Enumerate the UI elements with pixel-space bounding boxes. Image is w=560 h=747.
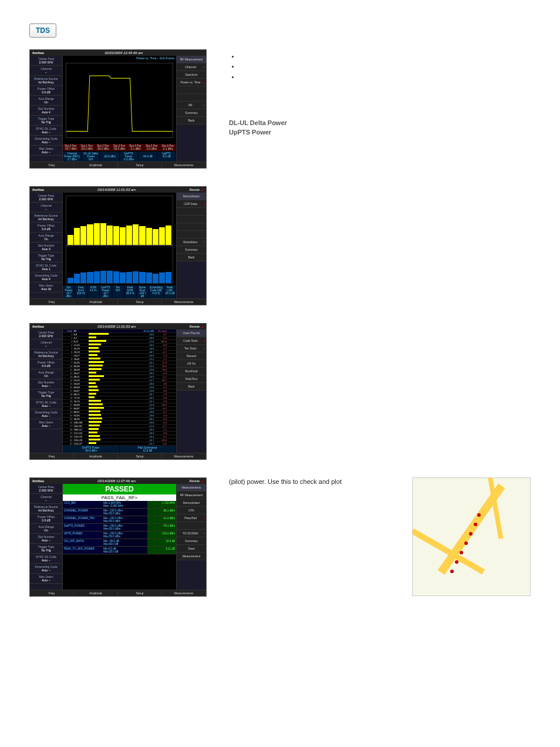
side-param: SYNC-DL CodeAuto -- (30, 126, 62, 136)
menu-button[interactable] (177, 216, 206, 223)
remote-indicator: Remote (190, 188, 204, 191)
bottom-tab[interactable]: Amplitude (74, 162, 118, 168)
bottom-tab[interactable]: Setup (118, 453, 162, 459)
menu-button[interactable]: Channel○ (177, 63, 206, 71)
sum-cell: DL-UL Delta PowerN/A (82, 152, 100, 161)
menu-button[interactable]: RF Measurement (177, 492, 206, 499)
menu-button[interactable]: Over-The-Air (177, 329, 206, 337)
remote-indicator: Remote (190, 325, 204, 328)
side-param: Trigger TypeNo Trig (30, 253, 62, 263)
side-param: Channel-- (30, 66, 62, 76)
menu-button[interactable]: Back (177, 383, 206, 391)
cdp-bar (87, 224, 93, 245)
menu-button[interactable]: Save (177, 545, 206, 553)
cdp-bar (94, 271, 100, 283)
menu-button[interactable] (177, 522, 206, 530)
menu-button[interactable] (177, 231, 206, 238)
menu-button[interactable]: Demodulator (177, 499, 206, 507)
menu-button[interactable]: Record (177, 352, 206, 360)
menu-button[interactable]: Measurement (177, 553, 206, 560)
screenshot-code-scan: /inritsu03/14/2008 11:01:53 amRemote Cen… (29, 323, 207, 460)
bottom-tab[interactable]: Setup (118, 590, 162, 596)
menu-button[interactable]: CDP Data● (177, 200, 206, 208)
menu-button[interactable] (177, 208, 206, 216)
side-param: SYNC-DL CodeAuto -- (30, 554, 62, 564)
bottom-tab[interactable]: Freq (30, 453, 74, 459)
side-param: Power Offset0.0 dB (30, 359, 62, 369)
cdp-bar (94, 223, 100, 245)
brand: /inritsu (32, 51, 44, 55)
bottom-tab[interactable]: Amplitude (74, 590, 118, 596)
timestamp: 03/14/2008 11:01:53 am (97, 325, 136, 328)
cdp-bar (80, 272, 86, 283)
bottom-tab[interactable]: Setup (118, 162, 162, 168)
side-param: Trigger TypeNo Trig (30, 544, 62, 554)
pilot-text: (pilot) power. Use this to check and plo… (229, 478, 342, 485)
menu-button[interactable]: Summary (177, 537, 206, 545)
passed-banner: PASSED (63, 484, 176, 494)
menu-button[interactable]: Pass/Fail● (177, 514, 206, 522)
label-uppts: UpPTS Power (229, 128, 531, 137)
remote-indicator: Remote (190, 479, 204, 483)
menu-button[interactable]: Code Scan● (177, 337, 206, 345)
menu-button[interactable]: TD-SCDMA○ (177, 530, 206, 537)
bottom-tab[interactable]: Measurements (162, 162, 206, 168)
menu-button[interactable]: Measurements (177, 484, 206, 492)
sum-cell: Noise Floor-103.7 dB (137, 285, 149, 298)
menu-button[interactable]: Run/Hold (177, 368, 206, 375)
menu-button[interactable]: RF○ (177, 102, 206, 109)
slot-cell: Slot 2 Pwr-93.4 dBm (95, 144, 112, 151)
subtitle: Power vs. Time – Sub-Frame (63, 56, 176, 60)
menu-button[interactable]: OTA (177, 507, 206, 514)
menu-button[interactable]: Summary (177, 109, 206, 117)
bottom-tab[interactable]: Freq (30, 299, 74, 305)
sum-cell: EVM4.2 % (87, 285, 100, 298)
pf-row: ON_OFF_RATIOMin:–90.0 dBMax:90.0 dB10.3 … (63, 539, 176, 547)
side-param: Auto RangeOn (30, 233, 62, 243)
menu-button[interactable] (177, 94, 206, 102)
screenshot-power-vs-time: /inritsu02/02/2009 12:49:46 am Center Fr… (29, 49, 207, 169)
bullet (239, 72, 531, 81)
bottom-tab[interactable]: Measurements (162, 299, 206, 305)
pf-row: UPTS_POWERMin:–150.0 dBmMax:50.0 dBm-110… (63, 531, 176, 539)
screenshot-cdp: /inritsu03/14/2008 11:01:53 amRemote Cen… (29, 186, 207, 305)
cdp-bar (166, 226, 171, 245)
side-param: Max UsersAuto 16 (30, 282, 62, 292)
timestamp: 03/14/2008 11:01:53 am (97, 188, 136, 191)
menu-button[interactable]: Back (177, 117, 206, 124)
menu-button[interactable]: RF Measurement (177, 56, 206, 63)
bottom-tab[interactable]: Setup (118, 299, 162, 305)
menu-button[interactable]: Demodulator (177, 193, 206, 200)
cdp-bar (120, 227, 126, 245)
bottom-tab[interactable]: Measurements (162, 453, 206, 459)
bottom-tab[interactable]: Amplitude (74, 299, 118, 305)
cdp-bar (107, 271, 113, 283)
menu-button[interactable]: Off On (177, 360, 206, 368)
cdp-bar (139, 272, 145, 283)
menu-button[interactable]: Spectrum (177, 71, 206, 79)
menu-button[interactable] (177, 86, 206, 94)
bottom-tab[interactable]: Amplitude (74, 453, 118, 459)
side-param: Auto RangeOn (30, 524, 62, 534)
timestamp: 02/02/2009 12:49:46 am (104, 51, 143, 55)
bottom-tab[interactable]: Freq (30, 590, 74, 596)
side-param: Center Freq2.010 GHz (30, 56, 62, 66)
menu-button[interactable] (177, 223, 206, 231)
menu-button[interactable]: Power vs. Time● (177, 79, 206, 86)
pvt-chart (66, 63, 173, 137)
bottom-tab[interactable]: Freq (30, 162, 74, 168)
bottom-tab[interactable]: Measurements (162, 590, 206, 596)
brand: /inritsu (32, 479, 44, 483)
menu-button[interactable]: Summary (177, 246, 206, 254)
pf-row: CHANNEL_POWERMin:–150.0 dBmMax:50.0 dBm-… (63, 509, 176, 516)
menu-button[interactable]: Modulation○ (177, 238, 206, 246)
cdp-bar (74, 228, 80, 245)
sum-cell: -63.9 dBm (100, 152, 119, 161)
cdp-bar (126, 226, 132, 245)
cdp-bar (87, 272, 93, 283)
side-param: Scrambling CodeAuto -- (30, 564, 62, 574)
menu-button[interactable]: Back (177, 254, 206, 261)
menu-button[interactable]: Hold Run (177, 375, 206, 383)
menu-button[interactable]: Tau Scan○ (177, 345, 206, 352)
cdp-bar (133, 271, 139, 283)
